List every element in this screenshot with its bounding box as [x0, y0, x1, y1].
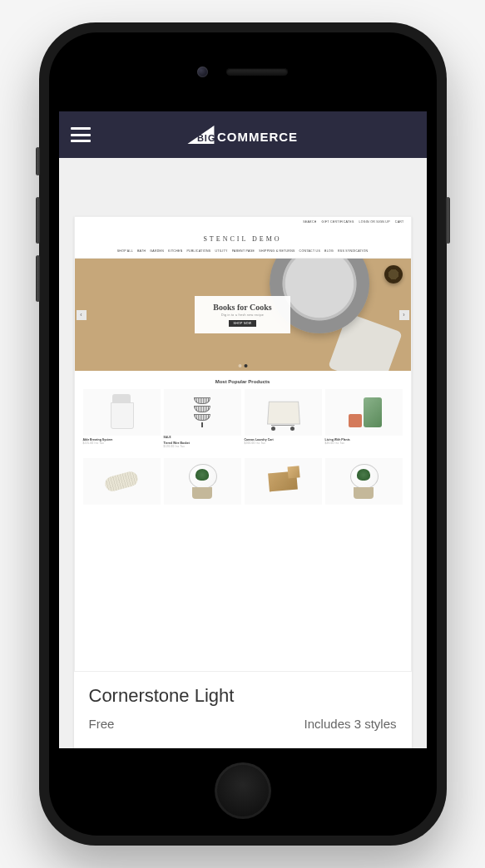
theme-title: Cornerstone Light: [89, 685, 397, 707]
brand-big: BIG: [197, 133, 216, 143]
product-cart-icon: [266, 396, 299, 429]
preview-nav-link: BATH: [137, 249, 146, 253]
product-terrarium-icon: [187, 464, 217, 499]
content-scroll[interactable]: SEARCH GIFT CERTIFICATES LOGIN or SIGN U…: [59, 158, 427, 748]
preview-site-title: STENCIL DEMO: [75, 227, 411, 249]
preview-nav-link: GARDEN: [150, 249, 164, 253]
carousel-next-icon: ›: [399, 310, 409, 320]
preview-product: [164, 458, 241, 505]
hamburger-menu-icon[interactable]: [71, 127, 91, 142]
carousel-prev-icon: ‹: [77, 310, 87, 320]
product-price: $49.00 Inc Tax: [325, 441, 403, 445]
hero-glass-graphic: [384, 265, 403, 284]
preview-util-link: CART: [395, 220, 404, 224]
preview-popular-title: Most Popular Products: [75, 371, 411, 389]
product-price: $200.00 Inc Tax: [245, 441, 322, 445]
volume-up-button: [36, 197, 40, 244]
product-badge: SALE: [164, 436, 241, 439]
preview-nav-link: KITCHEN: [168, 249, 182, 253]
earpiece-speaker-icon: [226, 68, 288, 76]
product-terrarium-icon: [349, 464, 379, 499]
brand-logo[interactable]: BIG COMMERCE: [187, 126, 298, 144]
product-brewer-icon: [107, 394, 136, 431]
hero-cta-box: Books for Cooks Dig in to a fresh new re…: [195, 296, 290, 333]
preview-product: Living With Plants $49.00 Inc Tax: [325, 389, 403, 448]
preview-product: [245, 458, 322, 505]
hero-shop-button: Shop Now: [229, 320, 257, 327]
hero-subtext: Dig in to a fresh new recipe: [213, 313, 271, 317]
preview-nav-link: UTILITY: [215, 249, 228, 253]
preview-product-grid: Able Brewing System $225.00 Inc Tax SALE…: [75, 389, 411, 455]
preview-main-nav: SHOP ALL BATH GARDEN KITCHEN PUBLICATION…: [75, 249, 411, 259]
product-basket-icon: [194, 397, 210, 427]
brand-commerce: COMMERCE: [217, 130, 298, 144]
carousel-dots: [238, 364, 247, 367]
power-button: [446, 197, 450, 244]
preview-utility-nav: SEARCH GIFT CERTIFICATES LOGIN or SIGN U…: [75, 217, 411, 227]
product-woodbox-icon: [268, 471, 298, 492]
theme-styles-count: Includes 3 styles: [304, 717, 397, 731]
front-camera-icon: [197, 67, 208, 77]
preview-product-grid-2: [75, 455, 411, 511]
theme-preview: SEARCH GIFT CERTIFICATES LOGIN or SIGN U…: [74, 216, 412, 672]
theme-card[interactable]: SEARCH GIFT CERTIFICATES LOGIN or SIGN U…: [74, 216, 412, 748]
theme-card-meta: Cornerstone Light Free Includes 3 styles: [74, 672, 412, 748]
preview-product: [325, 458, 403, 505]
phone-top-bezel: [49, 32, 437, 111]
product-plants-icon: [345, 394, 382, 431]
preview-product: Able Brewing System $225.00 Inc Tax: [83, 389, 161, 448]
phone-mockup: BIG COMMERCE SEARCH GIFT CERTIFICATES LO…: [39, 22, 447, 846]
preview-product: [83, 458, 161, 505]
preview-nav-link: CONTACT US: [299, 249, 320, 253]
preview-product: Canvas Laundry Cart $200.00 Inc Tax: [245, 389, 322, 448]
preview-util-link: SEARCH: [303, 220, 316, 224]
volume-down-button: [36, 255, 40, 302]
preview-nav-link: SHIPPING & RETURNS: [259, 249, 294, 253]
product-price: $120.00 Inc Tax: [164, 445, 241, 448]
preview-nav-link: PARENT PAGE: [232, 249, 255, 253]
mute-switch: [36, 147, 40, 175]
preview-nav-link: SHOP ALL: [117, 249, 133, 253]
home-button[interactable]: [215, 762, 271, 819]
preview-util-link: GIFT CERTIFICATES: [322, 220, 354, 224]
preview-hero: ‹ › Books for Cooks Dig in to a fresh ne…: [75, 259, 411, 371]
preview-product: SALE Tiered Wire Basket $120.00 Inc Tax: [164, 389, 241, 448]
preview-util-link: LOGIN or SIGN UP: [359, 220, 390, 224]
preview-nav-link: PUBLICATIONS: [186, 249, 210, 253]
product-towel-icon: [103, 470, 139, 493]
preview-nav-link: RSS SYNDICATION: [338, 249, 368, 253]
theme-price: Free: [89, 717, 115, 731]
phone-screen: BIG COMMERCE SEARCH GIFT CERTIFICATES LO…: [59, 111, 427, 748]
product-price: $225.00 Inc Tax: [83, 441, 161, 445]
hero-headline: Books for Cooks: [213, 303, 271, 312]
preview-nav-link: BLOG: [324, 249, 334, 253]
app-header: BIG COMMERCE: [59, 111, 427, 158]
